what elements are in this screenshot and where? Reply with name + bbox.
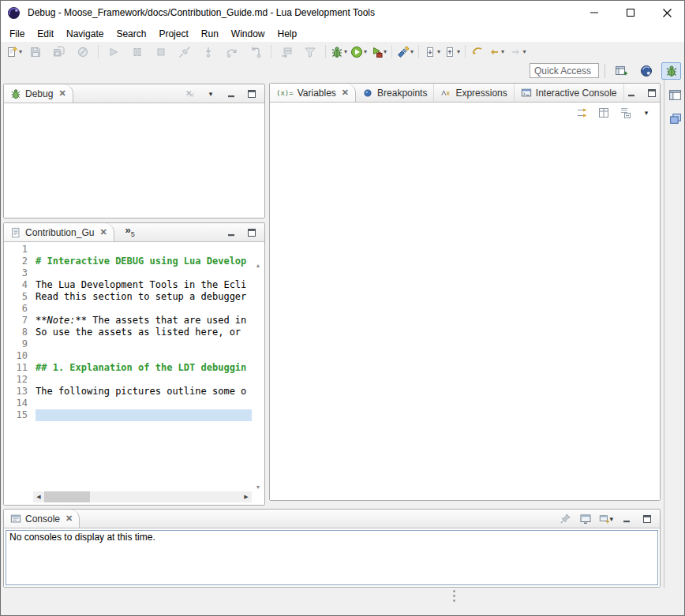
editor-line[interactable]: 10 bbox=[4, 350, 252, 362]
minimize-view-icon[interactable] bbox=[224, 226, 238, 240]
menu-navigate[interactable]: Navigate bbox=[60, 27, 110, 41]
debug-icon[interactable]: ▾ bbox=[329, 43, 349, 61]
editor-line[interactable]: 4The Lua Development Tools in the Ecli bbox=[4, 279, 252, 291]
back-icon[interactable]: ▾ bbox=[486, 43, 506, 61]
line-number: 2 bbox=[4, 256, 28, 267]
external-tools-icon[interactable]: ▾ bbox=[369, 43, 388, 61]
tab-debug[interactable]: Debug ✕ bbox=[4, 84, 73, 103]
step-return-icon[interactable] bbox=[244, 43, 268, 61]
editor-line[interactable]: 2# Interactive DEBUG using Lua Develop bbox=[4, 256, 252, 267]
save-icon[interactable] bbox=[24, 43, 47, 61]
menu-project[interactable]: Project bbox=[152, 27, 194, 41]
save-all-icon[interactable] bbox=[47, 43, 71, 61]
menu-help[interactable]: Help bbox=[271, 27, 304, 41]
editor-line[interactable]: 12 bbox=[4, 374, 252, 386]
previous-annotation-icon[interactable]: ▾ bbox=[442, 43, 462, 61]
step-over-icon[interactable] bbox=[220, 43, 244, 61]
suspend-icon[interactable] bbox=[125, 43, 149, 61]
pin-console-icon[interactable] bbox=[558, 512, 572, 526]
open-perspective-icon[interactable] bbox=[611, 62, 631, 80]
scroll-left-icon[interactable]: ◀ bbox=[33, 494, 44, 500]
window-title: Debug - Moose_Framework/docs/Contributio… bbox=[28, 7, 375, 18]
editor-content[interactable]: 12# Interactive DEBUG using Lua Develop3… bbox=[4, 242, 264, 505]
editor-vertical-scrollbar[interactable]: ▲ ▼ bbox=[253, 263, 264, 490]
maximize-view-icon[interactable] bbox=[640, 512, 654, 526]
tab-console[interactable]: Console ✕ bbox=[4, 510, 80, 528]
fast-view-minimized-icon[interactable] bbox=[667, 110, 683, 126]
variables-toolbar: ▾ bbox=[270, 103, 660, 123]
menu-window[interactable]: Window bbox=[225, 27, 271, 41]
tab-interactive-console[interactable]: Interactive Console bbox=[515, 84, 624, 102]
editor-line[interactable]: 13The following pictures outline some o bbox=[4, 386, 252, 398]
editor-line[interactable]: 8So use the assets as listed here, or bbox=[4, 327, 252, 338]
close-tab-icon[interactable]: ✕ bbox=[58, 88, 66, 99]
step-into-icon[interactable] bbox=[197, 43, 220, 61]
editor-tab-overflow[interactable]: »5 bbox=[125, 223, 135, 241]
tab-expressions[interactable]: Expressions bbox=[434, 84, 514, 102]
line-number: 15 bbox=[4, 409, 28, 421]
maximize-view-icon[interactable] bbox=[645, 86, 659, 100]
menu-edit[interactable]: Edit bbox=[31, 27, 60, 41]
tab-contribution-guide[interactable]: Contribution_Gu ✕ bbox=[4, 223, 114, 241]
scroll-up-icon[interactable]: ▲ bbox=[256, 263, 261, 268]
minimize-view-icon[interactable] bbox=[619, 512, 634, 526]
ldt-perspective-icon[interactable] bbox=[636, 62, 656, 80]
menu-file[interactable]: File bbox=[3, 27, 31, 41]
disconnect-icon[interactable] bbox=[173, 43, 197, 61]
close-window-button[interactable] bbox=[649, 0, 685, 25]
open-console-icon[interactable]: ▾ bbox=[599, 512, 613, 526]
search-icon[interactable]: ▾ bbox=[395, 43, 415, 61]
minimize-window-button[interactable] bbox=[576, 0, 612, 25]
collapse-all-icon[interactable] bbox=[618, 106, 632, 120]
close-tab-icon[interactable]: ✕ bbox=[342, 88, 349, 98]
quick-access-input[interactable]: Quick Access bbox=[530, 63, 599, 78]
show-columns-icon[interactable] bbox=[597, 106, 611, 120]
editor-line[interactable]: 7**Note:** The assets that are used in bbox=[4, 315, 252, 327]
resume-icon[interactable] bbox=[102, 43, 125, 61]
terminate-icon[interactable] bbox=[149, 43, 173, 61]
fast-view-restore-icon[interactable] bbox=[667, 87, 683, 103]
editor-line[interactable]: 9 bbox=[4, 338, 252, 350]
scroll-right-icon[interactable]: ▶ bbox=[241, 494, 252, 500]
remove-all-terminated-icon[interactable] bbox=[183, 87, 197, 101]
use-step-filters-icon[interactable] bbox=[298, 43, 322, 61]
tab-breakpoints[interactable]: Breakpoints bbox=[356, 84, 434, 102]
trim-drag-handle[interactable] bbox=[453, 590, 455, 602]
run-icon[interactable]: ▾ bbox=[349, 43, 369, 61]
editor-line[interactable]: 15 bbox=[4, 409, 252, 421]
editor-line[interactable]: 14 bbox=[4, 398, 252, 409]
line-number: 14 bbox=[4, 398, 28, 409]
maximize-view-icon[interactable] bbox=[245, 226, 259, 240]
close-tab-icon[interactable]: ✕ bbox=[99, 227, 107, 237]
last-edit-location-icon[interactable] bbox=[469, 43, 486, 61]
view-menu-icon[interactable]: ▾ bbox=[639, 106, 653, 120]
editor-line[interactable]: 6 bbox=[4, 303, 252, 315]
editor-line[interactable]: 3 bbox=[4, 267, 252, 279]
drop-to-frame-icon[interactable] bbox=[275, 43, 298, 61]
minimize-view-icon[interactable] bbox=[224, 87, 238, 101]
maximize-window-button[interactable] bbox=[612, 0, 649, 25]
maximize-view-icon[interactable] bbox=[245, 87, 259, 101]
tab-variables[interactable]: (x)= Variables ✕ bbox=[270, 84, 356, 102]
variables-tree-area[interactable] bbox=[270, 123, 660, 500]
scroll-down-icon[interactable]: ▼ bbox=[256, 484, 261, 490]
forward-icon[interactable]: ▾ bbox=[506, 43, 530, 61]
console-message-area[interactable]: No consoles to display at this time. bbox=[6, 530, 658, 585]
new-wizard-icon[interactable]: ▾ bbox=[4, 43, 24, 61]
display-selected-console-icon[interactable] bbox=[578, 512, 593, 526]
skip-all-breakpoints-icon[interactable] bbox=[71, 43, 95, 61]
menu-search[interactable]: Search bbox=[110, 27, 152, 41]
menu-run[interactable]: Run bbox=[195, 27, 225, 41]
editor-line[interactable]: 5Read this section to setup a debugger bbox=[4, 291, 252, 303]
show-logical-structures-icon[interactable] bbox=[575, 106, 590, 120]
view-menu-icon[interactable]: ▾ bbox=[204, 87, 218, 101]
editor-line[interactable]: 11## 1. Explanation of the LDT debuggin bbox=[4, 362, 252, 374]
next-annotation-icon[interactable]: ▾ bbox=[422, 43, 442, 61]
debug-tree-area[interactable] bbox=[4, 103, 264, 218]
minimize-view-icon[interactable] bbox=[624, 86, 638, 100]
close-tab-icon[interactable]: ✕ bbox=[66, 513, 73, 524]
debug-perspective-icon[interactable] bbox=[661, 62, 681, 80]
editor-line[interactable]: 1 bbox=[4, 244, 252, 256]
editor-horizontal-scrollbar[interactable]: ◀ ▶ bbox=[33, 491, 252, 502]
scrollbar-thumb[interactable] bbox=[44, 491, 90, 502]
